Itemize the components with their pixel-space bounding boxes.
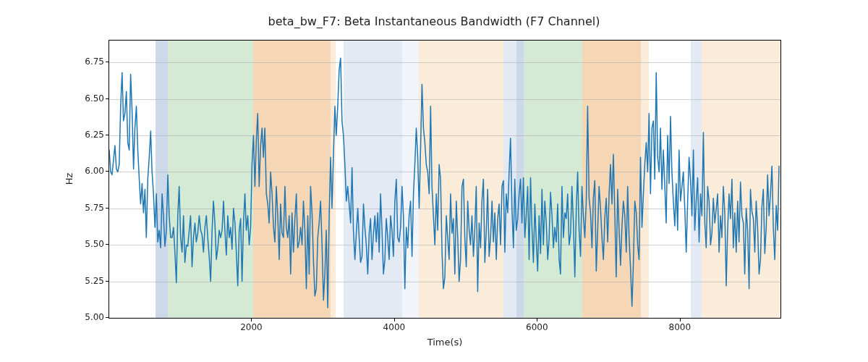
x-tick-label: 2000 bbox=[240, 322, 263, 332]
x-tick-mark bbox=[394, 319, 395, 321]
x-tick-label: 6000 bbox=[526, 322, 548, 332]
x-tick-mark bbox=[251, 319, 252, 321]
y-axis-label: Hz bbox=[64, 173, 75, 185]
figure: beta_bw_F7: Beta Instantaneous Bandwidth… bbox=[0, 0, 868, 362]
y-tick-mark bbox=[106, 244, 109, 245]
x-axis-label: Time(s) bbox=[427, 337, 463, 348]
y-tick-mark bbox=[106, 98, 109, 99]
y-tick-label: 5.75 bbox=[75, 203, 104, 213]
chart-title: beta_bw_F7: Beta Instantaneous Bandwidth… bbox=[0, 14, 868, 28]
line-series bbox=[109, 41, 780, 318]
y-tick-mark bbox=[106, 135, 109, 135]
x-tick-label: 8000 bbox=[669, 322, 692, 332]
plot-area bbox=[109, 40, 781, 319]
y-tick-label: 5.25 bbox=[75, 276, 104, 286]
y-tick-label: 6.00 bbox=[75, 166, 104, 176]
y-tick-mark bbox=[106, 171, 109, 172]
x-tick-mark bbox=[680, 319, 681, 321]
y-tick-label: 6.50 bbox=[75, 93, 104, 104]
y-tick-mark bbox=[106, 281, 109, 282]
y-tick-mark bbox=[106, 62, 109, 62]
y-tick-label: 6.25 bbox=[75, 130, 104, 140]
x-tick-label: 4000 bbox=[383, 322, 406, 332]
y-tick-label: 5.50 bbox=[75, 239, 104, 249]
y-tick-mark bbox=[106, 208, 109, 209]
y-tick-label: 5.00 bbox=[75, 312, 104, 322]
x-tick-mark bbox=[537, 319, 537, 321]
y-tick-mark bbox=[106, 317, 109, 318]
y-tick-label: 6.75 bbox=[75, 56, 104, 67]
